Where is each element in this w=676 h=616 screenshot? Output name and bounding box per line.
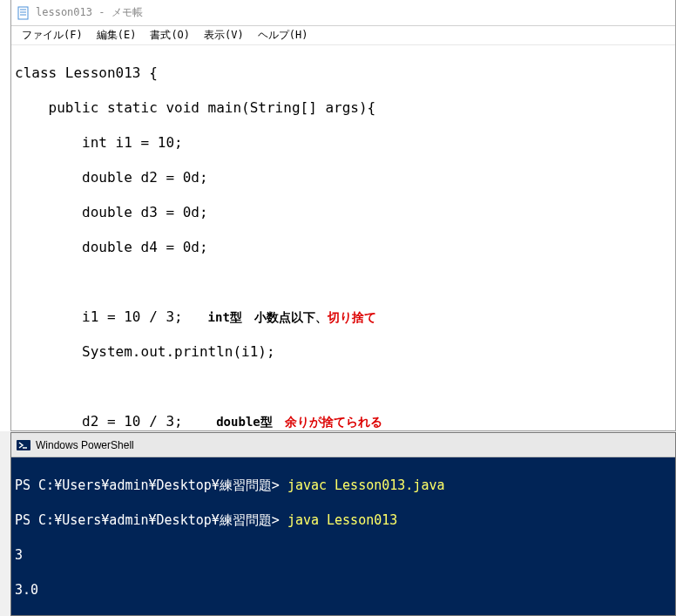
code-line	[15, 378, 672, 396]
code-line: d2 = 10 / 3; double型 余りが捨てられる	[15, 413, 672, 430]
code-line: double d3 = 0d;	[15, 204, 672, 221]
terminal-output: 3	[15, 546, 672, 564]
terminal-line: PS C:¥Users¥admin¥Desktop¥練習問題> javac Le…	[15, 477, 672, 494]
svg-rect-0	[18, 7, 28, 19]
code-line: double d2 = 0d;	[15, 169, 672, 186]
menu-edit[interactable]: 編集(E)	[90, 26, 144, 44]
code-line: int i1 = 10;	[15, 134, 672, 152]
terminal-line: PS C:¥Users¥admin¥Desktop¥練習問題> java Les…	[15, 511, 672, 529]
powershell-terminal[interactable]: PS C:¥Users¥admin¥Desktop¥練習問題> javac Le…	[11, 457, 675, 615]
menu-format[interactable]: 書式(O)	[143, 26, 197, 44]
terminal-output: 3.0	[15, 581, 672, 599]
powershell-titlebar[interactable]: Windows PowerShell	[11, 433, 675, 457]
code-line: double d4 = 0d;	[15, 239, 672, 256]
notepad-menubar: ファイル(F) 編集(E) 書式(O) 表示(V) ヘルプ(H)	[11, 26, 675, 45]
notepad-icon	[17, 6, 30, 20]
menu-help[interactable]: ヘルプ(H)	[251, 26, 315, 44]
code-line: System.out.println(i1);	[15, 343, 672, 361]
notepad-titlebar[interactable]: lesson013 - メモ帳	[11, 0, 675, 26]
notepad-title-text: lesson013 - メモ帳	[36, 5, 143, 20]
notepad-editor[interactable]: class Lesson013 { public static void mai…	[11, 45, 675, 430]
notepad-window: lesson013 - メモ帳 ファイル(F) 編集(E) 書式(O) 表示(V…	[10, 0, 676, 431]
code-line: i1 = 10 / 3; int型 小数点以下、切り捨て	[15, 308, 672, 326]
background-strip	[0, 0, 10, 431]
powershell-icon	[17, 438, 30, 452]
code-line: public static void main(String[] args){	[15, 99, 672, 117]
powershell-title-text: Windows PowerShell	[36, 439, 134, 451]
code-line: class Lesson013 {	[15, 64, 672, 82]
menu-view[interactable]: 表示(V)	[197, 26, 251, 44]
powershell-window: Windows PowerShell PS C:¥Users¥admin¥Des…	[10, 432, 676, 616]
code-line	[15, 274, 672, 291]
menu-file[interactable]: ファイル(F)	[15, 26, 90, 44]
